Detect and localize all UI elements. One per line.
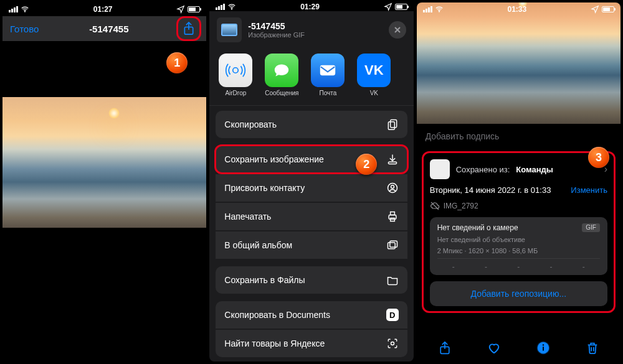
status-bar: 01:29: [209, 2, 413, 11]
svg-rect-19: [543, 347, 544, 350]
filename: IMG_2792: [444, 202, 478, 210]
svg-rect-14: [389, 241, 397, 247]
action-label: Скопировать в Documents: [224, 310, 330, 320]
action-print[interactable]: Напечатать: [216, 203, 407, 230]
share-subtitle: Изображение GIF: [248, 31, 305, 39]
action-copy-documents[interactable]: Скопировать в Documents D: [216, 301, 407, 329]
documents-app-icon: D: [386, 309, 399, 321]
shared-album-icon: [386, 239, 399, 251]
svg-point-15: [391, 342, 394, 345]
saved-from-row[interactable]: Сохранено из: Команды ›: [430, 159, 607, 179]
app-label: Сообщения: [265, 90, 298, 96]
svg-rect-7: [388, 162, 396, 164]
close-icon: [394, 26, 401, 34]
status-time: 01:33: [507, 5, 526, 14]
app-vk[interactable]: VK VK: [355, 54, 392, 96]
action-label: Присвоить контакту: [224, 183, 305, 193]
svg-rect-13: [388, 243, 395, 249]
share-button[interactable]: [179, 19, 199, 39]
file-thumbnail: [217, 17, 242, 42]
svg-rect-12: [390, 218, 394, 222]
edit-button[interactable]: Изменить: [571, 185, 607, 195]
app-airdrop[interactable]: AirDrop: [217, 54, 254, 96]
mail-icon: [311, 54, 345, 87]
cellular-icon: [9, 6, 18, 12]
status-time: 01:27: [93, 5, 113, 14]
svg-rect-11: [390, 212, 394, 215]
lens-none-label: Нет сведений об объективе: [437, 236, 600, 243]
info-panel: Сохранено из: Команды › Вторник, 14 июня…: [422, 151, 616, 313]
svg-point-20: [543, 344, 544, 345]
cellular-icon: [423, 6, 432, 12]
delete-button[interactable]: [584, 339, 601, 357]
photo-preview[interactable]: [417, 2, 621, 124]
action-save-image[interactable]: Сохранить изображение: [216, 146, 407, 173]
action-label: Сохранить в Файлы: [224, 275, 305, 285]
action-label: Сохранить изображение: [224, 154, 323, 164]
action-assign-contact[interactable]: Присвоить контакту: [216, 174, 407, 202]
action-list: Скопировать Сохранить изображение Присво…: [209, 106, 413, 362]
share-apps-row: AirDrop Сообщения Почта VK VK: [209, 49, 413, 106]
location-icon: [176, 5, 185, 14]
status-bar: 01:27: [2, 2, 206, 16]
file-title: -5147455: [89, 24, 128, 34]
photo-date: Вторник, 14 июня 2022 г. в 01:33: [430, 185, 551, 195]
wifi-icon: [435, 5, 444, 14]
status-bar: 01:33: [417, 2, 621, 16]
heart-icon: [487, 341, 501, 355]
saved-from-prefix: Сохранено из:: [456, 165, 510, 174]
exif-dash-row: - - - - -: [437, 258, 600, 271]
airdrop-icon: [219, 54, 252, 87]
scan-icon: [386, 337, 399, 350]
favorite-button[interactable]: [485, 339, 503, 357]
messages-icon: [265, 54, 298, 87]
app-label: AirDrop: [225, 90, 246, 96]
action-save-files[interactable]: Сохранить в Файлы: [216, 266, 407, 294]
wifi-icon: [21, 5, 29, 14]
format-chip: GIF: [582, 223, 600, 232]
camera-none-label: Нет сведений о камере: [437, 223, 518, 232]
wifi-icon: [227, 2, 236, 11]
svg-point-2: [232, 9, 232, 9]
cloud-off-icon: [430, 201, 440, 211]
screen-3-info: 01:33 Добавить подпись Сохранено из: Ком…: [417, 2, 621, 362]
info-button[interactable]: [535, 339, 552, 357]
svg-point-9: [391, 185, 394, 189]
app-messages[interactable]: Сообщения: [263, 54, 300, 96]
app-label: VK: [370, 90, 378, 96]
location-icon: [384, 2, 392, 11]
share-title: -5147455: [248, 21, 305, 31]
svg-point-3: [233, 68, 239, 73]
status-time: 01:29: [300, 2, 320, 11]
print-icon: [386, 210, 399, 223]
battery-icon: [395, 4, 407, 10]
action-shared-album[interactable]: В общий альбом: [216, 231, 407, 259]
camera-info-card: Нет сведений о камере GIF Нет сведений о…: [430, 217, 607, 275]
preview-body: [2, 41, 206, 362]
add-location-button[interactable]: Добавить геопозицию...: [430, 281, 607, 306]
action-label: В общий альбом: [224, 240, 292, 250]
trash-icon: [586, 341, 599, 355]
share-button[interactable]: [436, 339, 454, 357]
action-label: Напечатать: [224, 212, 271, 222]
action-copy[interactable]: Скопировать: [216, 111, 407, 138]
share-icon: [183, 22, 195, 35]
share-header: -5147455 Изображение GIF: [209, 11, 413, 49]
action-label: Найти товары в Яндексе: [224, 338, 325, 348]
svg-point-16: [439, 11, 439, 12]
preview-image[interactable]: [2, 97, 206, 228]
caption-field[interactable]: Добавить подпись: [417, 124, 621, 149]
step-badge-3: 3: [588, 147, 609, 168]
app-mail[interactable]: Почта: [309, 54, 346, 96]
action-yandex-search[interactable]: Найти товары в Яндексе: [216, 330, 407, 357]
screen-1-preview: 01:27 Готово -5147455 1: [2, 2, 206, 362]
saved-from-app: Команды: [516, 165, 553, 174]
copy-icon: [386, 118, 399, 131]
close-button[interactable]: [389, 21, 406, 39]
file-specs: 2 Мпикс · 1620 × 1080 · 58,6 МБ: [437, 247, 600, 254]
svg-rect-4: [321, 66, 335, 75]
cellular-icon: [216, 4, 225, 10]
share-sheet: -5147455 Изображение GIF AirDrop: [209, 11, 413, 362]
done-button[interactable]: Готово: [10, 24, 39, 34]
battery-icon: [188, 6, 200, 12]
